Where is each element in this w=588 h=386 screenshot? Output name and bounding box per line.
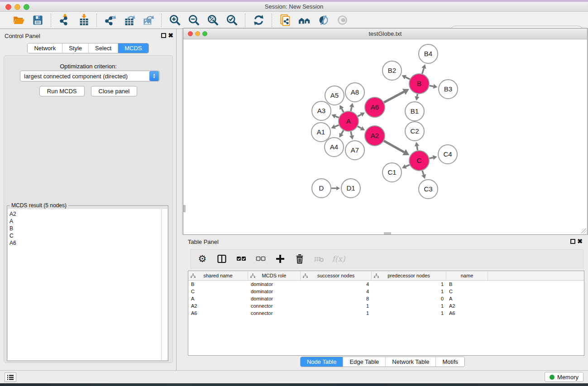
edge-C-C2[interactable] <box>417 146 417 151</box>
edge-A2-C[interactable] <box>384 141 404 152</box>
edge-A-A2[interactable] <box>358 126 361 128</box>
table-cell[interactable]: 1 <box>372 310 446 316</box>
table-row[interactable]: Bdominator41B <box>188 281 584 288</box>
table-cell[interactable]: A2 <box>188 303 248 309</box>
edge-A-A8[interactable] <box>351 107 352 111</box>
edge-A-A1[interactable] <box>335 125 339 126</box>
deselect-all-checkboxes-icon[interactable] <box>255 253 267 265</box>
table-cell[interactable]: 1 <box>372 289 446 294</box>
table-cell[interactable]: connector <box>248 303 301 309</box>
mcds-result-item[interactable]: C <box>10 232 161 239</box>
table-cell[interactable]: 4 <box>301 289 372 294</box>
column-layout-icon[interactable] <box>216 253 228 265</box>
network-canvas[interactable]: AA1A2A3A4A5A6A7A8BB1B2B3B4CC1C2C3C4DD1 <box>183 39 587 234</box>
tab-node-table[interactable]: Node Table <box>301 357 343 367</box>
tab-select[interactable]: Select <box>88 43 118 53</box>
export-table-icon[interactable] <box>122 14 136 27</box>
table-cell[interactable]: connector <box>248 310 301 316</box>
edge-B-B3[interactable] <box>430 86 434 86</box>
edge-A-A6[interactable] <box>358 114 361 116</box>
table-cell[interactable]: A2 <box>446 303 488 309</box>
mcds-result-item[interactable]: A6 <box>10 239 161 247</box>
edge-C-C4[interactable] <box>429 157 433 158</box>
mcds-result-scrollbar[interactable] <box>162 209 167 360</box>
tab-edge-table[interactable]: Edge Table <box>343 357 385 367</box>
table-cell[interactable]: C <box>188 289 248 294</box>
edge-A-A3[interactable] <box>335 116 339 118</box>
table-cell[interactable]: A6 <box>188 310 248 316</box>
table-row[interactable]: A2connector11A2 <box>188 302 584 310</box>
tab-style[interactable]: Style <box>62 43 88 53</box>
export-network-icon[interactable] <box>103 14 117 27</box>
table-cell[interactable]: 8 <box>301 296 372 301</box>
tab-mcds[interactable]: MCDS <box>118 43 148 53</box>
save-session-icon[interactable] <box>31 14 44 27</box>
tab-network-table[interactable]: Network Table <box>385 357 435 367</box>
delete-column-icon[interactable] <box>294 253 306 265</box>
run-mcds-button[interactable]: Run MCDS <box>39 86 85 96</box>
table-cell[interactable]: dominator <box>248 281 301 287</box>
zoom-fit-icon[interactable] <box>206 14 220 27</box>
column-header-shared-name[interactable]: shared name <box>188 271 248 280</box>
mcds-result-item[interactable]: B <box>10 225 161 232</box>
task-history-button[interactable] <box>5 372 16 382</box>
close-panel-icon[interactable]: ✖ <box>168 31 173 39</box>
edge-B-B4[interactable] <box>422 68 424 74</box>
refresh-layout-icon[interactable] <box>252 14 265 27</box>
home-networks-icon[interactable] <box>297 14 311 27</box>
table-cell[interactable]: 4 <box>301 281 372 287</box>
column-header-predecessor-nodes[interactable]: predecessor nodes <box>372 271 446 280</box>
edge-A-A5[interactable] <box>342 109 344 112</box>
table-row[interactable]: Adominator80A <box>188 295 584 302</box>
network-file-icon[interactable] <box>278 14 292 27</box>
zoom-selected-icon[interactable] <box>225 14 239 27</box>
table-cell[interactable]: B <box>446 281 488 287</box>
table-cell[interactable]: B <box>188 281 248 287</box>
zoom-out-icon[interactable] <box>187 14 201 27</box>
column-header-name[interactable]: name <box>446 271 488 280</box>
window-resize-gripper[interactable] <box>581 229 587 234</box>
hide-graphics-details-icon[interactable] <box>316 14 330 27</box>
table-float-panel-icon[interactable] <box>570 239 575 244</box>
memory-button[interactable]: Memory <box>545 372 583 382</box>
edge-A-A7[interactable] <box>351 131 352 135</box>
table-cell[interactable]: 1 <box>301 303 372 309</box>
table-cell[interactable]: A <box>446 296 488 301</box>
table-row[interactable]: A6connector11A6 <box>188 310 584 317</box>
tab-network[interactable]: Network <box>28 43 62 53</box>
mcds-result-item[interactable]: A2 <box>10 210 161 218</box>
table-cell[interactable]: 1 <box>372 303 446 309</box>
table-row[interactable]: Cdominator41C <box>188 288 584 295</box>
column-header-successor-nodes[interactable]: successor nodes <box>301 271 372 280</box>
open-session-icon[interactable] <box>12 14 25 27</box>
canvas-left-handle[interactable] <box>183 205 186 212</box>
import-network-icon[interactable] <box>57 14 71 27</box>
mcds-result-item[interactable]: A <box>10 218 161 225</box>
table-cell[interactable]: 1 <box>301 310 372 316</box>
table-cell[interactable]: A6 <box>446 310 488 316</box>
table-cell[interactable]: 0 <box>372 296 446 301</box>
table-cell[interactable]: dominator <box>248 296 301 301</box>
edge-C-C1[interactable] <box>406 165 410 167</box>
import-table-icon[interactable] <box>76 14 90 27</box>
table-cell[interactable]: A <box>188 296 248 301</box>
edge-B-B1[interactable] <box>417 94 417 97</box>
settings-gear-icon[interactable]: ⚙ <box>196 253 208 265</box>
network-window-titlebar[interactable]: testGlobe.txt <box>183 29 587 39</box>
select-all-checkboxes-icon[interactable] <box>235 253 247 265</box>
edge-A-A4[interactable] <box>341 130 344 134</box>
edge-C-C3[interactable] <box>422 171 424 175</box>
export-image-icon[interactable] <box>141 14 155 27</box>
tab-motifs[interactable]: Motifs <box>435 357 464 367</box>
table-cell[interactable]: dominator <box>248 289 301 294</box>
mcds-result-list[interactable]: A2ABCA6 <box>8 209 162 360</box>
table-cell[interactable]: C <box>446 289 488 294</box>
add-column-icon[interactable] <box>274 253 286 265</box>
criterion-dropdown[interactable]: largest connected component (directed) ▲… <box>20 71 160 81</box>
float-panel-icon[interactable] <box>161 33 166 38</box>
zoom-in-icon[interactable] <box>168 14 182 27</box>
column-header-MCDS-role[interactable]: MCDS role <box>248 271 301 280</box>
table-cell[interactable]: 1 <box>372 281 446 287</box>
table-close-panel-icon[interactable]: ✖ <box>577 237 583 245</box>
canvas-bottom-handle[interactable] <box>384 232 391 234</box>
